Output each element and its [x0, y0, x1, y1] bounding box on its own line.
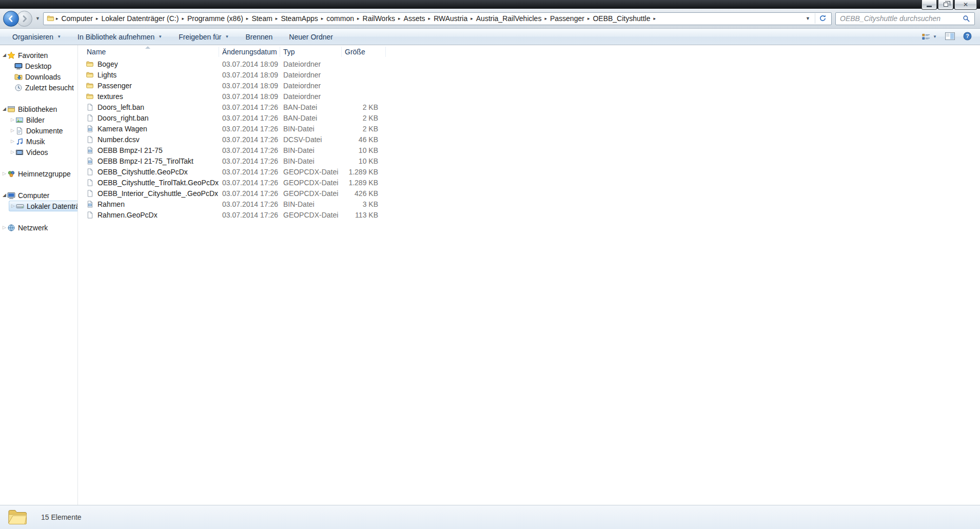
- table-row[interactable]: OEBB_Cityshuttle.GeoPcDx03.07.2014 17:26…: [80, 166, 980, 177]
- file-list-pane[interactable]: NameÄnderungsdatumTypGröße Bogey03.07.20…: [78, 45, 980, 505]
- expander-icon[interactable]: ▷: [10, 204, 16, 208]
- breadcrumb-separator-icon: ▸: [397, 16, 402, 21]
- file-date-cell: 03.07.2014 17:26: [219, 157, 280, 165]
- close-button[interactable]: ✕: [954, 0, 977, 10]
- forward-arrow-icon: [20, 14, 29, 23]
- file-icon: [86, 168, 94, 176]
- address-bar[interactable]: ▸ Computer▸Lokaler Datenträger (C:)▸Prog…: [43, 12, 832, 25]
- breadcrumb-item[interactable]: RWAustria: [432, 13, 469, 24]
- breadcrumb-separator-icon: ▸: [427, 16, 432, 21]
- table-row[interactable]: textures03.07.2014 18:09Dateiordner: [80, 91, 980, 102]
- table-row[interactable]: Doors_right.ban03.07.2014 17:26BAN-Datei…: [80, 112, 980, 123]
- table-row[interactable]: Passenger03.07.2014 18:09Dateiordner: [80, 80, 980, 91]
- table-row[interactable]: OEBB Bmpz-I 21-7503.07.2014 17:26BIN-Dat…: [80, 145, 980, 155]
- sidebar-item-label: Bilder: [24, 116, 45, 124]
- expander-icon[interactable]: ◢: [2, 193, 7, 198]
- sidebar-item-lokaler-datentr-ger[interactable]: ▷Lokaler Datenträger: [9, 201, 77, 211]
- breadcrumb-item[interactable]: RailWorks: [361, 13, 398, 24]
- breadcrumb-item[interactable]: Austria_RailVehicles: [474, 13, 544, 24]
- sidebar-item-downloads[interactable]: Downloads: [14, 71, 77, 82]
- table-row[interactable]: Doors_left.ban03.07.2014 17:26BAN-Datei2…: [80, 102, 980, 112]
- file-date-cell: 03.07.2014 17:26: [219, 125, 280, 133]
- sidebar-item-desktop[interactable]: Desktop: [14, 61, 77, 71]
- sidebar-gap: [0, 158, 77, 168]
- expander-icon[interactable]: ▷: [10, 150, 15, 154]
- file-name-cell: Doors_left.ban: [80, 103, 219, 111]
- expander-icon[interactable]: ◢: [2, 53, 7, 57]
- toolbar-button-in-bibliothek-aufnehmen[interactable]: In Bibliothek aufnehmen▼: [71, 30, 168, 44]
- expander-icon[interactable]: ▷: [10, 128, 15, 133]
- column-header-date[interactable]: Änderungsdatum: [219, 47, 280, 57]
- views-caret-icon: ▼: [933, 34, 937, 39]
- expander-icon[interactable]: ▷: [2, 225, 7, 230]
- file-size-cell: 2 KB: [342, 114, 386, 122]
- search-icon[interactable]: [962, 14, 970, 23]
- preview-pane-button[interactable]: [945, 32, 955, 42]
- column-header-type[interactable]: Typ: [280, 47, 342, 57]
- breadcrumb-separator-icon: ▸: [356, 16, 361, 21]
- expander-icon[interactable]: ▷: [10, 139, 15, 144]
- file-icon: [86, 200, 94, 208]
- toolbar-button-organisieren[interactable]: Organisieren▼: [6, 30, 67, 44]
- back-button[interactable]: [3, 11, 19, 27]
- sidebar-item-videos[interactable]: ▷Videos: [10, 147, 77, 158]
- sidebar-item-heimnetzgruppe[interactable]: ▷Heimnetzgruppe: [2, 168, 77, 179]
- table-row[interactable]: Lights03.07.2014 18:09Dateiordner: [80, 69, 980, 80]
- sidebar-item-computer[interactable]: ◢Computer: [2, 190, 77, 201]
- file-date-cell: 03.07.2014 18:09: [219, 82, 280, 90]
- file-size-cell: 2 KB: [342, 103, 386, 111]
- file-type-cell: BIN-Datei: [280, 146, 342, 154]
- file-type-cell: BIN-Datei: [280, 200, 342, 208]
- expander-icon[interactable]: ◢: [2, 107, 7, 111]
- file-size-cell: 1.289 KB: [342, 179, 386, 187]
- table-row[interactable]: Rahmen.GeoPcDx03.07.2014 17:26GEOPCDX-Da…: [80, 209, 980, 220]
- refresh-icon[interactable]: [815, 13, 830, 24]
- help-button[interactable]: ?: [963, 32, 972, 42]
- table-row[interactable]: Bogey03.07.2014 18:09Dateiordner: [80, 58, 980, 69]
- search-input[interactable]: OEBB_Cityshuttle durchsuchen: [835, 12, 975, 25]
- file-date-cell: 03.07.2014 17:26: [219, 146, 280, 154]
- column-header-size[interactable]: Größe: [342, 47, 386, 57]
- breadcrumb-item[interactable]: Lokaler Datenträger (C:): [99, 13, 181, 24]
- table-row[interactable]: Number.dcsv03.07.2014 17:26DCSV-Datei46 …: [80, 134, 980, 145]
- file-date-cell: 03.07.2014 17:26: [219, 179, 280, 187]
- breadcrumb-item[interactable]: Computer: [59, 13, 94, 24]
- sidebar-item-favoriten[interactable]: ◢Favoriten: [2, 50, 77, 61]
- address-dropdown-icon[interactable]: ▼: [801, 16, 815, 21]
- breadcrumb-item[interactable]: common: [324, 13, 356, 24]
- star-icon: [7, 51, 15, 60]
- sidebar-item-zuletzt-besucht[interactable]: Zuletzt besucht: [14, 82, 77, 93]
- sidebar-item-netzwerk[interactable]: ▷Netzwerk: [2, 222, 77, 233]
- minimize-button[interactable]: [922, 0, 937, 10]
- file-name: Rahmen.GeoPcDx: [97, 211, 158, 219]
- toolbar-button-freigeben-f-r[interactable]: Freigeben für▼: [172, 30, 235, 44]
- breadcrumb-item[interactable]: OEBB_Cityshuttle: [591, 13, 652, 24]
- sidebar-item-bibliotheken[interactable]: ◢Bibliotheken: [2, 104, 77, 114]
- breadcrumb-item[interactable]: Steam: [249, 13, 274, 24]
- toolbar-button-brennen[interactable]: Brennen: [239, 30, 279, 44]
- sidebar-item-bilder[interactable]: ▷Bilder: [10, 114, 77, 125]
- table-row[interactable]: OEBB_Cityshuttle_TirolTakt.GeoPcDx03.07.…: [80, 177, 980, 188]
- table-row[interactable]: OEBB Bmpz-I 21-75_TirolTakt03.07.2014 17…: [80, 155, 980, 166]
- expander-icon[interactable]: ▷: [2, 171, 7, 176]
- toolbar-button-neuer-ordner[interactable]: Neuer Ordner: [283, 30, 339, 44]
- table-row[interactable]: Rahmen03.07.2014 17:26BIN-Datei3 KB: [80, 199, 980, 209]
- views-icon: [922, 33, 930, 41]
- sidebar-item-dokumente[interactable]: ▷Dokumente: [10, 125, 77, 136]
- breadcrumb-item[interactable]: Assets: [402, 13, 427, 24]
- recent-pages-dropdown[interactable]: ▼: [32, 16, 42, 21]
- change-view-button[interactable]: ▼: [922, 33, 937, 41]
- chevron-down-icon: ▼: [225, 34, 229, 39]
- breadcrumb-item[interactable]: Programme (x86): [185, 13, 245, 24]
- expander-icon[interactable]: ▷: [10, 117, 15, 122]
- breadcrumb-separator-icon: ▸: [543, 16, 548, 21]
- table-row[interactable]: OEBB_Interior_Cityshuttle_.GeoPcDx03.07.…: [80, 188, 980, 199]
- sidebar-item-label: Dokumente: [24, 127, 63, 135]
- sidebar-item-musik[interactable]: ▷Musik: [10, 136, 77, 147]
- file-size-cell: 10 KB: [342, 146, 386, 154]
- breadcrumb-item[interactable]: SteamApps: [279, 13, 320, 24]
- breadcrumb-item[interactable]: Passenger: [548, 13, 586, 24]
- table-row[interactable]: Kamera Wagen03.07.2014 17:26BIN-Datei2 K…: [80, 123, 980, 134]
- restore-button[interactable]: [938, 0, 953, 10]
- main-area: ◢FavoritenDesktopDownloadsZuletzt besuch…: [0, 45, 980, 505]
